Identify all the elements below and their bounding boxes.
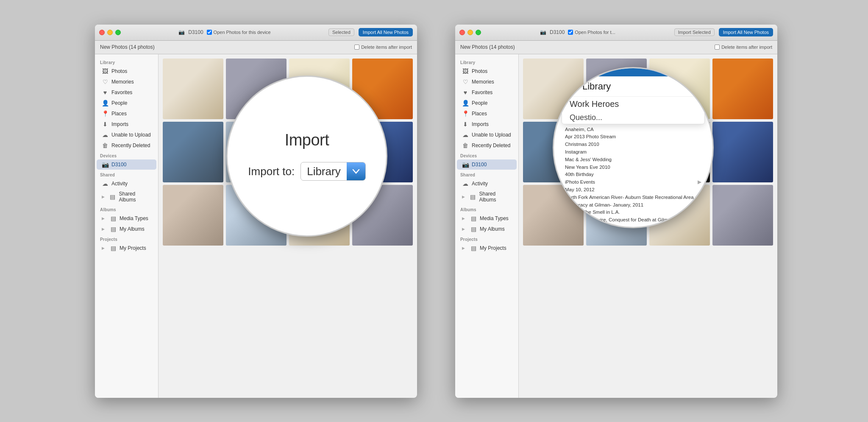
import-selected-badge[interactable]: Import Selected	[674, 28, 715, 36]
sidebar-item-media-types-right[interactable]: ▶ ▤ Media Types	[457, 213, 517, 224]
import-all-button-right[interactable]: Import All New Photos	[719, 28, 773, 36]
library-dropdown-text: Library	[301, 165, 346, 178]
import-all-button-left[interactable]: Import All New Photos	[359, 28, 413, 36]
titlebar-right-left: Selected Import All New Photos	[328, 28, 413, 36]
sidebar-item-shared-albums-right[interactable]: ▶ ▤ Shared Albums	[457, 189, 517, 204]
close-button-right[interactable]	[459, 30, 465, 35]
places-icon-left: 📍	[102, 110, 108, 117]
questio-item[interactable]: Questio...	[562, 112, 704, 124]
maximize-button-right[interactable]	[476, 30, 481, 35]
mag-content-left: Import Import to: Library	[235, 118, 378, 193]
sidebar-item-favorites-left[interactable]: ♥ Favorites	[97, 87, 156, 98]
expand-shared-right: ▶	[462, 195, 466, 199]
left-window: 📷 D3100 Open Photos for this device Sele…	[95, 25, 417, 398]
expand-shared-left: ▶	[102, 195, 106, 199]
photo-cell-r4[interactable]	[712, 59, 773, 119]
album-list-item-christmas[interactable]: Christmas 2010	[565, 141, 701, 148]
sidebar-item-memories-right[interactable]: ♡ Memories	[457, 77, 517, 87]
shared-albums-icon-right: ▤	[470, 193, 476, 200]
projects-section-label-left: Projects	[95, 235, 158, 243]
album-list-item-instagram[interactable]: Instagram	[565, 148, 701, 156]
sidebar-item-d3100-right[interactable]: 📷 D3100	[457, 159, 517, 170]
album-list-item-apr2013[interactable]: Apr 2013 Photo Stream	[565, 133, 701, 141]
sidebar-item-people-left[interactable]: 👤 People	[97, 98, 156, 108]
new-photos-label-right: New Photos (14 photos)	[460, 44, 715, 50]
device-name-right: D3100	[550, 29, 565, 35]
sidebar-item-photos-left[interactable]: 🖼 Photos	[97, 66, 156, 76]
delete-checkbox-right[interactable]	[715, 45, 720, 50]
album-list-item-plutocracy[interactable]: Plutocracy at Gilman- January, 2011	[565, 201, 701, 209]
sidebar-item-photos-right[interactable]: 🖼 Photos	[457, 66, 517, 76]
import-bar-left: New Photos (14 photos) Delete items afte…	[95, 41, 417, 54]
sidebar-item-media-types-left[interactable]: ▶ ▤ Media Types	[97, 213, 156, 224]
photos-icon-left: 🖼	[102, 68, 108, 75]
import-bar-right: New Photos (14 photos) Delete items afte…	[455, 41, 777, 54]
sidebar-item-activity-right[interactable]: ☁ Activity	[457, 179, 517, 189]
people-icon-right: 👤	[462, 100, 469, 106]
albums-section-label-left: Albums	[95, 205, 158, 213]
memories-icon-right: ♡	[462, 78, 469, 85]
photo-cell-r12[interactable]	[712, 185, 773, 246]
magnifier-right: Library New Album	[553, 67, 714, 228]
minimize-button[interactable]	[107, 30, 113, 35]
activity-icon-right: ☁	[462, 180, 469, 187]
unable-icon-left: ☁	[102, 131, 108, 138]
sidebar-item-unable-left[interactable]: ☁ Unable to Upload	[97, 130, 156, 140]
import-to-label: Import to:	[248, 165, 295, 178]
new-photos-label-left: New Photos (14 photos)	[100, 44, 354, 50]
dropdown-arrow-icon[interactable]	[347, 162, 365, 181]
sidebar-item-shared-albums-left[interactable]: ▶ ▤ Shared Albums	[97, 189, 156, 204]
sidebar-item-deleted-left[interactable]: 🗑 Recently Deleted	[97, 140, 156, 151]
sidebar-item-imports-left[interactable]: ⬇ Imports	[97, 119, 156, 129]
library-section-label-left: Library	[95, 58, 158, 66]
album-list-item-may2012[interactable]: May 10, 2012	[565, 186, 701, 194]
album-list-item-wedding[interactable]: Mac & Jess' Wedding	[565, 156, 701, 164]
shared-section-label-left: Shared	[95, 170, 158, 178]
sidebar-item-imports-right[interactable]: ⬇ Imports	[457, 119, 517, 129]
photo-cell-5[interactable]	[163, 122, 223, 182]
sidebar-item-places-left[interactable]: 📍 Places	[97, 109, 156, 119]
delete-checkbox-left[interactable]	[354, 45, 359, 50]
sidebar-item-my-projects-left[interactable]: ▶ ▤ My Projects	[97, 243, 156, 253]
open-photos-label-right[interactable]: Open Photos for t...	[568, 30, 615, 35]
album-list-item-nye[interactable]: New Years Eve 2010	[565, 164, 701, 171]
sidebar-item-deleted-right[interactable]: 🗑 Recently Deleted	[457, 140, 517, 151]
sidebar-item-people-right[interactable]: 👤 People	[457, 98, 517, 108]
shared-albums-icon-left: ▤	[109, 193, 116, 200]
main-area-right: Library 🖼 Photos ♡ Memories ♥ Favorites …	[455, 54, 777, 398]
traffic-lights-right	[459, 30, 481, 35]
d3100-icon-right: 📷	[462, 161, 469, 168]
sidebar-item-d3100-left[interactable]: 📷 D3100	[97, 159, 156, 170]
library-option-label: Library	[582, 81, 611, 92]
library-dropdown[interactable]: Library	[300, 162, 365, 181]
deleted-icon-right: 🗑	[462, 142, 469, 149]
album-list-item-iphoto[interactable]: iPhoto Events▶	[565, 179, 701, 186]
close-button[interactable]	[99, 30, 105, 35]
album-list-item-northfork[interactable]: North Fork American River- Auburn State …	[565, 194, 701, 201]
sidebar-item-my-albums-left[interactable]: ▶ ▤ My Albums	[97, 224, 156, 234]
memories-icon-left: ♡	[102, 78, 108, 85]
sidebar-item-my-albums-right[interactable]: ▶ ▤ My Albums	[457, 224, 517, 234]
maximize-button[interactable]	[115, 30, 121, 35]
sidebar-item-my-projects-right[interactable]: ▶ ▤ My Projects	[457, 243, 517, 253]
photo-cell-9[interactable]	[163, 185, 223, 246]
sidebar-item-favorites-right[interactable]: ♥ Favorites	[457, 87, 517, 98]
titlebar-right: 📷 D3100 Open Photos for t... Import Sele…	[455, 25, 777, 41]
media-types-icon-left: ▤	[110, 215, 117, 222]
minimize-button-right[interactable]	[467, 30, 473, 35]
sidebar-item-places-right[interactable]: 📍 Places	[457, 109, 517, 119]
expand-media-left: ▶	[102, 216, 106, 221]
photo-cell-r8[interactable]	[712, 122, 773, 182]
album-list-item-40th[interactable]: 40th Birthday	[565, 171, 701, 179]
album-list-item-anaheim[interactable]: Anaheim, CA	[565, 126, 701, 134]
work-heroes-item[interactable]: Work Heroes	[562, 97, 704, 112]
magnifier-left: Import Import to: Library	[226, 75, 387, 237]
open-photos-label[interactable]: Open Photos for this device	[207, 30, 271, 35]
photo-cell-1[interactable]	[163, 59, 223, 119]
sidebar-item-memories-left[interactable]: ♡ Memories	[97, 77, 156, 87]
camera-icon: 📷	[178, 29, 185, 35]
projects-section-label-right: Projects	[455, 235, 518, 243]
sidebar-item-activity-left[interactable]: ☁ Activity	[97, 179, 156, 189]
sidebar-item-unable-right[interactable]: ☁ Unable to Upload	[457, 130, 517, 140]
my-albums-icon-left: ▤	[110, 226, 117, 232]
